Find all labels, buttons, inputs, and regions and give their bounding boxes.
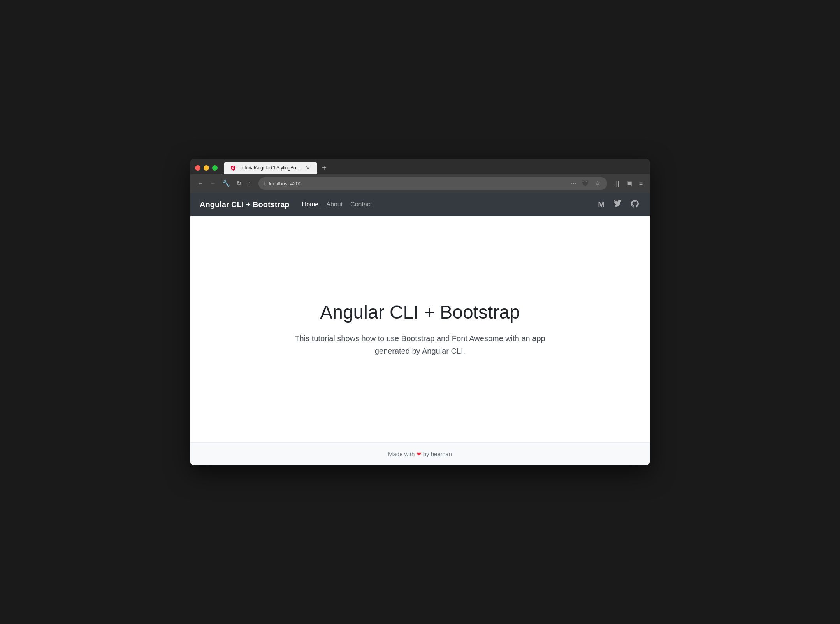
main-heading: Angular CLI + Bootstrap [320,301,520,323]
nav-item-contact: Contact [350,201,372,208]
url-display: localhost:4200 [269,181,566,187]
tools-icon: 🔧 [222,180,230,187]
home-icon: ⌂ [248,180,251,187]
nav-item-about: About [326,201,343,208]
pocket-icon: 🖤 [582,180,589,187]
github-button[interactable] [629,198,640,211]
footer-text-before: Made with [388,451,415,457]
forward-icon: → [210,180,216,187]
site-main: Angular CLI + Bootstrap This tutorial sh… [190,216,650,442]
medium-icon: M [598,200,605,209]
sidebar-icon: ▣ [626,180,632,187]
more-button[interactable]: ··· [569,180,578,187]
forward-button[interactable]: → [207,178,218,189]
site-navbar-left: Angular CLI + Bootstrap Home About Conta… [200,200,372,209]
site-footer: Made with ❤ by beeman [190,442,650,465]
library-button[interactable]: ||| [612,179,621,188]
window-controls [195,165,218,171]
minimize-button[interactable] [204,165,209,171]
svg-marker-1 [233,166,235,171]
browser-window: TutorialAngularCliStylingBoots ✕ + ← → 🔧… [190,159,650,465]
site-navbar-right: M [596,198,640,211]
nav-link-about[interactable]: About [326,201,343,208]
hamburger-icon: ≡ [639,180,643,187]
tab-bar: TutorialAngularCliStylingBoots ✕ + [190,159,650,174]
star-icon: ☆ [595,180,600,187]
menu-button[interactable]: ≡ [637,179,645,188]
browser-right-actions: ||| ▣ ≡ [612,179,645,188]
medium-button[interactable]: M [596,199,606,211]
twitter-icon [614,201,622,209]
nav-link-home[interactable]: Home [302,201,319,208]
site-navbar: Angular CLI + Bootstrap Home About Conta… [190,193,650,216]
new-tab-button[interactable]: + [319,162,330,173]
site-brand[interactable]: Angular CLI + Bootstrap [200,200,290,209]
info-icon: ℹ [264,180,266,187]
active-tab[interactable]: TutorialAngularCliStylingBoots ✕ [224,162,317,174]
tools-button[interactable]: 🔧 [220,178,232,189]
pocket-save-button[interactable]: 🖤 [580,180,591,187]
maximize-button[interactable] [212,165,218,171]
browser-chrome: TutorialAngularCliStylingBoots ✕ + ← → 🔧… [190,159,650,193]
twitter-button[interactable] [612,198,623,211]
nav-item-home: Home [302,201,319,208]
github-icon [631,201,639,209]
back-icon: ← [197,180,204,187]
tab-close-button[interactable]: ✕ [305,165,311,171]
sidebar-button[interactable]: ▣ [624,179,634,188]
site-nav-links: Home About Contact [302,201,372,208]
library-icon: ||| [614,180,619,187]
address-bar[interactable]: ℹ localhost:4200 ··· 🖤 ☆ [258,177,608,190]
main-description: This tutorial shows how to use Bootstrap… [292,332,548,357]
website-content: Angular CLI + Bootstrap Home About Conta… [190,193,650,465]
reload-icon: ↻ [236,180,241,187]
back-button[interactable]: ← [195,178,206,189]
nav-link-contact[interactable]: Contact [350,201,372,208]
address-actions: ··· 🖤 ☆ [569,180,602,187]
bookmark-button[interactable]: ☆ [593,180,602,187]
tab-title: TutorialAngularCliStylingBoots [239,165,302,171]
nav-bar: ← → 🔧 ↻ ⌂ ℹ localhost:4200 ··· 🖤 [190,174,650,193]
footer-text-after: by beeman [423,451,452,457]
heart-icon: ❤ [416,451,422,457]
reload-button[interactable]: ↻ [234,178,244,189]
home-button[interactable]: ⌂ [245,178,254,189]
close-button[interactable] [195,165,200,171]
tab-favicon [230,165,236,171]
